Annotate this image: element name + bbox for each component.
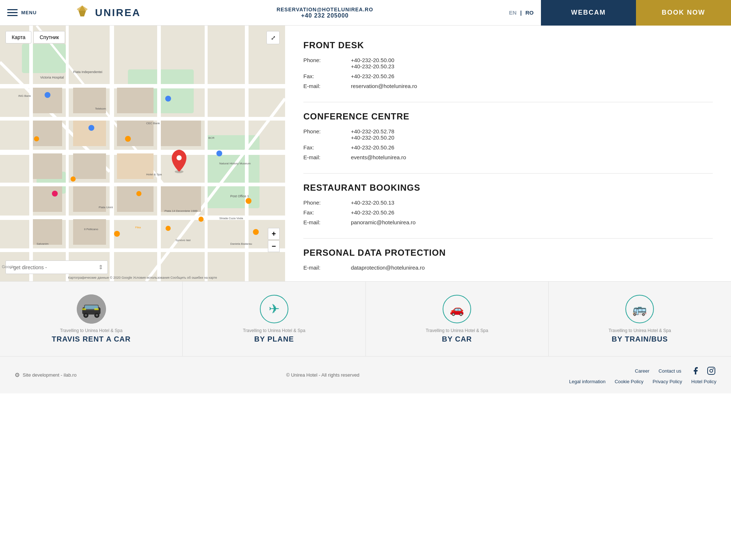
map-zoom-controls: + − xyxy=(268,228,280,252)
logo-area[interactable]: UNIREA xyxy=(73,4,141,22)
map-directions-input[interactable]: - get directions - ⇕ xyxy=(5,260,108,274)
svg-text:Piata 14 Decembrie 1989: Piata 14 Decembrie 1989 xyxy=(164,209,198,213)
book-now-button[interactable]: BOOK NOW xyxy=(636,0,731,26)
webcam-button[interactable]: WEBCAM xyxy=(541,0,636,26)
language-switcher: EN | RO xyxy=(509,9,541,16)
svg-text:CEC Bank: CEC Bank xyxy=(146,122,160,125)
svg-point-71 xyxy=(34,136,39,141)
transport-item-plane[interactable]: ✈ Travelling to Unirea Hotel & Spa BY PL… xyxy=(183,282,366,356)
conference-email-value: events@hotelunirea.ro xyxy=(351,154,406,160)
conference-title: CONFERENCE CENTRE xyxy=(303,111,713,122)
divider-3 xyxy=(303,238,713,239)
front-desk-fax-value: +40-232-20.50.26 xyxy=(351,73,394,79)
svg-text:Daniela Badarau: Daniela Badarau xyxy=(230,242,252,245)
map-zoom-in-button[interactable]: + xyxy=(268,228,280,240)
social-links xyxy=(690,366,716,376)
svg-text:Salvanim: Salvanim xyxy=(37,242,49,245)
conference-email-label: E-mail: xyxy=(303,154,351,160)
svg-text:Telekom: Telekom xyxy=(95,107,106,110)
conference-fax-label: Fax: xyxy=(303,144,351,151)
front-desk-email-value: reservation@hotelunirea.ro xyxy=(351,83,417,89)
plane-title: BY PLANE xyxy=(254,335,294,343)
menu-button[interactable]: MENU xyxy=(0,9,73,16)
svg-text:BCR: BCR xyxy=(208,136,215,140)
svg-text:Synevo Iasi: Synevo Iasi xyxy=(175,239,191,242)
svg-rect-14 xyxy=(29,26,33,281)
data-protection-block: PERSONAL DATA PROTECTION E-mail: datapro… xyxy=(303,248,713,271)
travis-photo xyxy=(77,294,106,324)
transport-item-car[interactable]: 🚗 Travelling to Unirea Hotel & Spa BY CA… xyxy=(366,282,549,356)
car-icon: 🚗 xyxy=(442,294,471,324)
map-type-satellite-button[interactable]: Спутник xyxy=(33,31,65,43)
header: MENU UNIREA RESERVATION@HOTELUNIREA.RO +… xyxy=(0,0,731,26)
restaurant-email-row: E-mail: panoramic@hotelunirea.ro xyxy=(303,219,713,225)
lang-en-button[interactable]: EN xyxy=(509,9,516,16)
front-desk-block: FRONT DESK Phone: +40-232-20.50.00 +40-2… xyxy=(303,40,713,89)
front-desk-phone-label: Phone: xyxy=(303,57,351,63)
svg-text:Fika: Fika xyxy=(135,226,141,229)
facebook-icon[interactable] xyxy=(690,366,701,376)
legal-information-link[interactable]: Legal information xyxy=(569,379,606,384)
conference-email-row: E-mail: events@hotelunirea.ro xyxy=(303,154,713,160)
car-title: BY CAR xyxy=(442,335,472,343)
footer-links-bottom: Legal information Cookie Policy Privacy … xyxy=(569,379,716,384)
svg-marker-2 xyxy=(77,5,88,11)
transport-item-bus[interactable]: 🚌 Travelling to Unirea Hotel & Spa BY TR… xyxy=(549,282,731,356)
svg-text:🚗: 🚗 xyxy=(450,302,464,316)
lang-ro-button[interactable]: RO xyxy=(526,9,534,16)
svg-text:Piata Unirii: Piata Unirii xyxy=(99,206,113,209)
svg-rect-16 xyxy=(110,26,114,281)
svg-rect-38 xyxy=(73,219,106,245)
svg-rect-35 xyxy=(117,186,154,212)
lang-divider: | xyxy=(520,9,522,16)
plane-icon: ✈ xyxy=(260,294,289,324)
conference-phone-label: Phone: xyxy=(303,128,351,134)
transport-item-travis[interactable]: Travelling to Unirea Hotel & Spa TRAVIS … xyxy=(0,282,183,356)
map-section: Victoria Hospital Piata Independentei IN… xyxy=(0,26,285,281)
svg-rect-9 xyxy=(0,117,285,121)
conference-phone-value: +40-232-20.52.78 +40-232-20.50.20 xyxy=(351,128,394,141)
svg-rect-4 xyxy=(22,44,66,73)
svg-point-43 xyxy=(216,151,222,156)
map-zoom-out-button[interactable]: − xyxy=(268,240,280,252)
instagram-icon[interactable] xyxy=(706,366,716,376)
bus-subtitle: Travelling to Unirea Hotel & Spa xyxy=(609,328,671,333)
divider-1 xyxy=(303,102,713,102)
svg-text:🚌: 🚌 xyxy=(632,302,647,316)
restaurant-fax-row: Fax: +40-232-20.50.26 xyxy=(303,209,713,216)
data-protection-title: PERSONAL DATA PROTECTION xyxy=(303,248,713,258)
map-type-map-button[interactable]: Карта xyxy=(5,31,31,43)
contact-us-link[interactable]: Contact us xyxy=(659,368,681,374)
privacy-policy-link[interactable]: Privacy Policy xyxy=(652,379,682,384)
header-contact: RESERVATION@HOTELUNIREA.RO +40 232 20500… xyxy=(141,7,509,19)
svg-rect-23 xyxy=(33,88,62,113)
bus-icon: 🚌 xyxy=(625,294,654,324)
restaurant-fax-value: +40-232-20.50.26 xyxy=(351,209,394,216)
svg-text:Il Pellicano: Il Pellicano xyxy=(84,228,98,231)
map-type-controls: Карта Спутник xyxy=(5,31,65,43)
map-area[interactable]: Victoria Hospital Piata Independentei IN… xyxy=(0,26,285,281)
data-protection-email-value: dataprotection@hotelunirea.ro xyxy=(351,264,425,271)
svg-point-40 xyxy=(88,125,94,131)
front-desk-email-label: E-mail: xyxy=(303,83,351,89)
svg-point-66 xyxy=(198,217,204,222)
svg-rect-18 xyxy=(205,26,208,281)
cookie-policy-link[interactable]: Cookie Policy xyxy=(615,379,644,384)
career-link[interactable]: Career xyxy=(635,368,649,374)
restaurant-title: RESTAURANT BOOKINGS xyxy=(303,183,713,193)
hotel-policy-link[interactable]: Hotel Policy xyxy=(691,379,716,384)
svg-point-45 xyxy=(52,191,58,197)
svg-point-41 xyxy=(125,136,131,142)
front-desk-phone-row: Phone: +40-232-20.50.00 +40-232-20.50.23 xyxy=(303,57,713,69)
svg-point-90 xyxy=(713,368,714,369)
divider-2 xyxy=(303,173,713,174)
map-fullscreen-button[interactable]: ⤢ xyxy=(266,31,280,44)
svg-rect-33 xyxy=(33,186,62,212)
svg-rect-26 xyxy=(33,121,62,146)
settings-icon: ⚙ xyxy=(15,372,20,378)
front-desk-email-row: E-mail: reservation@hotelunirea.ro xyxy=(303,83,713,89)
svg-point-46 xyxy=(114,231,120,237)
directions-select[interactable]: - get directions - xyxy=(10,264,98,270)
footer-dev: ⚙ Site development - ilab.ro xyxy=(15,372,76,378)
svg-point-42 xyxy=(165,96,171,102)
